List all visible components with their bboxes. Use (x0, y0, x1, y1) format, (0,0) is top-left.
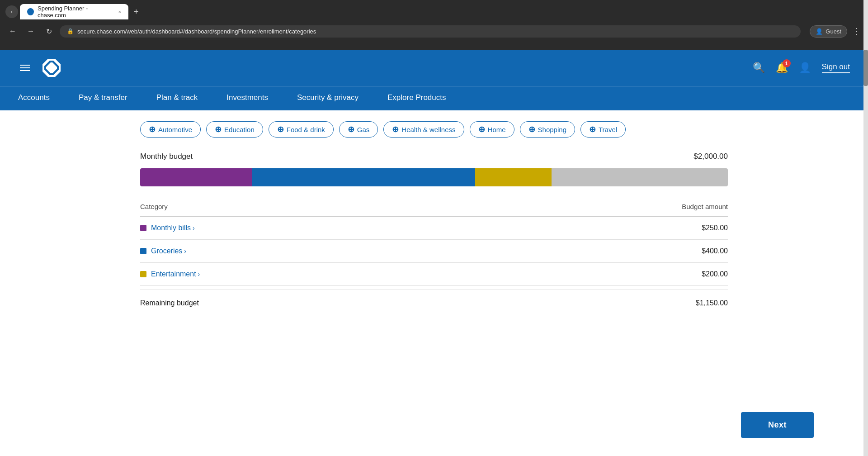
chevron-right-icon: › (198, 271, 200, 278)
amount-cell-entertainment: $200.00 (472, 263, 728, 286)
user-profile-button[interactable]: 👤 Guest (810, 25, 847, 38)
remaining-label: Remaining budget (140, 299, 199, 307)
col-header-category: Category (140, 197, 472, 216)
chase-logo (41, 57, 62, 79)
scrollbar-thumb[interactable] (863, 50, 868, 86)
tab-favicon (27, 8, 34, 15)
header-actions: 🔍 🔔 1 👤 Sign out (753, 62, 850, 74)
chip-home[interactable]: ⊕ Home (470, 121, 514, 138)
chase-header: 🔍 🔔 1 👤 Sign out (0, 50, 868, 86)
chip-travel[interactable]: ⊕ Travel (580, 121, 626, 138)
chip-label-travel: Travel (599, 126, 617, 133)
budget-total-amount: $2,000.00 (693, 152, 728, 161)
tab-close-btn[interactable]: × (118, 9, 121, 14)
chip-plus-icon: ⊕ (149, 125, 156, 133)
chip-shopping[interactable]: ⊕ Shopping (520, 121, 575, 138)
color-swatch-entertainment (140, 271, 146, 277)
bar-segment-monthly-bills (140, 168, 252, 186)
browser-tabs: ‹ Spending Planner - chase.com × + (0, 0, 868, 20)
user-area: 👤 Guest ⋮ (810, 24, 863, 38)
user-label: Guest (826, 28, 841, 35)
more-button[interactable]: ⋮ (851, 24, 863, 38)
col-header-budget: Budget amount (472, 197, 728, 216)
category-link-monthly-bills[interactable]: Monthly bills › (151, 224, 195, 232)
category-chips: ⊕ Automotive ⊕ Education ⊕ Food & drink … (140, 121, 728, 138)
main-content: ⊕ Automotive ⊕ Education ⊕ Food & drink … (0, 110, 868, 456)
chip-food-drink[interactable]: ⊕ Food & drink (269, 121, 334, 138)
search-button[interactable]: 🔍 (753, 62, 765, 74)
profile-icon: 👤 (799, 62, 811, 73)
bar-segment-groceries (252, 168, 475, 186)
category-label-groceries: Groceries (151, 247, 182, 255)
reload-button[interactable]: ↻ (42, 24, 56, 38)
lock-icon: 🔒 (67, 28, 74, 34)
chip-label-health-wellness: Health & wellness (401, 126, 455, 133)
category-cell-entertainment: Entertainment › (140, 263, 472, 286)
search-icon: 🔍 (753, 62, 765, 73)
category-label-monthly-bills: Monthly bills (151, 224, 191, 232)
forward-button[interactable]: → (24, 24, 38, 38)
next-button[interactable]: Next (741, 412, 814, 438)
back-button[interactable]: ← (5, 24, 20, 38)
hamburger-line-2 (20, 67, 30, 68)
chip-label-automotive: Automotive (158, 126, 192, 133)
tab-title: Spending Planner - chase.com (38, 5, 113, 19)
chip-plus-icon: ⊕ (528, 125, 535, 133)
bar-segment-remaining (552, 168, 728, 186)
bar-segment-entertainment (475, 168, 552, 186)
nav-item-security-privacy[interactable]: Security & privacy (283, 86, 373, 111)
chip-automotive[interactable]: ⊕ Automotive (140, 121, 201, 138)
chip-plus-icon: ⊕ (589, 125, 596, 133)
address-bar[interactable]: 🔒 secure.chase.com/web/auth/dashboard#/d… (60, 25, 801, 38)
browser-controls: ← → ↻ 🔒 secure.chase.com/web/auth/dashbo… (0, 20, 868, 43)
nav-item-pay-transfer[interactable]: Pay & transfer (64, 86, 142, 111)
chip-label-education: Education (224, 126, 255, 133)
amount-cell-monthly-bills: $250.00 (472, 216, 728, 240)
category-link-groceries[interactable]: Groceries › (151, 247, 186, 255)
user-icon: 👤 (816, 28, 823, 35)
nav-item-explore-products[interactable]: Explore Products (373, 86, 460, 111)
new-tab-button[interactable]: + (130, 5, 142, 19)
chip-plus-icon: ⊕ (215, 125, 222, 133)
category-link-entertainment[interactable]: Entertainment › (151, 270, 200, 278)
chevron-right-icon: › (184, 247, 186, 255)
amount-cell-groceries: $400.00 (472, 240, 728, 263)
chip-label-gas: Gas (357, 126, 370, 133)
nav-item-investments[interactable]: Investments (212, 86, 283, 111)
notifications-button[interactable]: 🔔 1 (776, 62, 788, 74)
category-cell-monthly-bills: Monthly bills › (140, 216, 472, 240)
color-swatch-groceries (140, 248, 146, 254)
chip-gas[interactable]: ⊕ Gas (339, 121, 378, 138)
color-swatch-monthly-bills (140, 225, 146, 231)
nav-item-plan-track[interactable]: Plan & track (142, 86, 212, 111)
notification-badge: 1 (783, 59, 791, 67)
budget-header: Monthly budget $2,000.00 (140, 152, 728, 161)
hamburger-menu[interactable] (18, 63, 32, 73)
sign-out-button[interactable]: Sign out (822, 62, 850, 73)
table-row: Groceries › $400.00 (140, 240, 728, 263)
url-text: secure.chase.com/web/auth/dashboard#/das… (77, 28, 316, 35)
chip-label-home: Home (488, 126, 506, 133)
chip-education[interactable]: ⊕ Education (206, 121, 263, 138)
chip-plus-icon: ⊕ (277, 125, 284, 133)
scrollbar-track[interactable] (863, 0, 868, 456)
browser-chrome: ‹ Spending Planner - chase.com × + ← → ↻… (0, 0, 868, 50)
remaining-budget-row: Remaining budget $1,150.00 (140, 290, 728, 307)
table-header-row: Category Budget amount (140, 197, 728, 216)
nav-item-accounts[interactable]: Accounts (18, 86, 64, 111)
category-cell-groceries: Groceries › (140, 240, 472, 263)
tab-nav-prev[interactable]: ‹ (5, 5, 18, 18)
budget-title: Monthly budget (140, 152, 193, 161)
active-tab[interactable]: Spending Planner - chase.com × (20, 4, 128, 19)
chip-label-food-drink: Food & drink (287, 126, 325, 133)
remaining-amount: $1,150.00 (696, 299, 728, 307)
chip-health-wellness[interactable]: ⊕ Health & wellness (383, 121, 464, 138)
table-row: Monthly bills › $250.00 (140, 216, 728, 240)
table-row: Entertainment › $200.00 (140, 263, 728, 286)
category-label-entertainment: Entertainment (151, 270, 196, 278)
budget-bar (140, 168, 728, 186)
profile-button[interactable]: 👤 (799, 62, 811, 74)
chase-nav: Accounts Pay & transfer Plan & track Inv… (0, 86, 868, 110)
chip-plus-icon: ⊕ (392, 125, 399, 133)
chip-label-shopping: Shopping (538, 126, 566, 133)
